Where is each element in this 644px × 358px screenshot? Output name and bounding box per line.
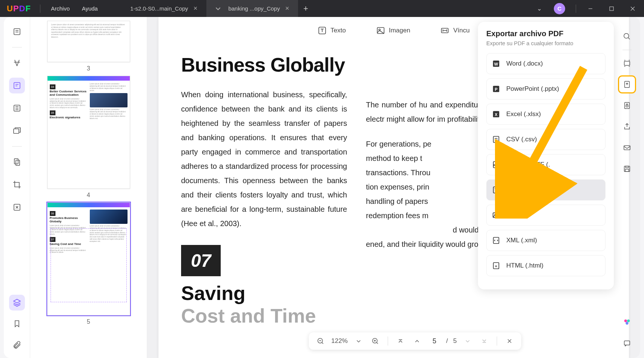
svg-rect-6 — [16, 160, 20, 165]
export-txt-option[interactable]: Texto (.txt) — [486, 179, 606, 200]
svg-rect-34 — [624, 146, 630, 150]
svg-point-40 — [626, 322, 628, 324]
app-logo: UPDF — [0, 4, 38, 14]
svg-text:H: H — [495, 265, 497, 268]
svg-rect-32 — [625, 103, 630, 109]
next-page-button[interactable] — [462, 335, 473, 347]
thumbnail-page-4[interactable]: 04 Better Customer Services and Communic… — [41, 76, 135, 199]
edit-text-button[interactable]: Texto — [318, 26, 346, 35]
attachment-button[interactable] — [9, 337, 25, 353]
image-file-icon — [492, 211, 500, 219]
menu-file[interactable]: Archivo — [51, 5, 70, 12]
save-button[interactable] — [619, 161, 635, 177]
left-toolbar — [4, 17, 30, 358]
section-heading: Saving — [181, 283, 347, 304]
tab-label: 1-s2.0-S0...main_Copy — [130, 5, 188, 12]
share-button[interactable] — [619, 119, 635, 135]
tab-0[interactable]: 1-s2.0-S0...main_Copy × — [121, 0, 206, 17]
chevron-down-icon[interactable] — [215, 6, 221, 11]
comment-panel-button[interactable] — [619, 335, 635, 351]
export-xml-option[interactable]: XML (.xml) — [486, 230, 606, 251]
selection-rectangle — [51, 228, 127, 302]
export-ppt-option[interactable]: P PowerPoint (.pptx) — [486, 78, 606, 99]
tabs-overflow-chevron-icon[interactable]: ⌄ — [533, 5, 546, 12]
last-page-button[interactable] — [479, 335, 490, 347]
text-file-icon — [492, 186, 500, 194]
svg-text:RTF: RTF — [493, 164, 499, 167]
export-html-option[interactable]: H HTML (.html) — [486, 255, 606, 276]
svg-text:X: X — [495, 112, 498, 117]
thumbnail-number: 4 — [41, 192, 135, 199]
edit-link-button[interactable]: Víncu — [440, 26, 469, 35]
reader-mode-button[interactable] — [9, 24, 25, 40]
page-input[interactable] — [428, 337, 441, 345]
export-word-option[interactable]: W Word (.docx) — [486, 53, 606, 74]
thumbnail-page-5[interactable]: 06 Promotes Business Globally Lorem ipsu… — [41, 202, 135, 325]
edit-tool-button[interactable] — [9, 78, 25, 93]
excel-icon: X — [492, 110, 500, 118]
svg-rect-2 — [14, 83, 20, 89]
page-total: 5 — [453, 337, 456, 345]
section-heading: Cost and Time — [181, 306, 347, 326]
ocr-button[interactable] — [619, 55, 635, 71]
thumbnail-page-3[interactable]: Lorem ipsum dolor sit amet consectetur a… — [41, 21, 135, 72]
window-close-button[interactable] — [624, 0, 642, 17]
svg-rect-20 — [493, 136, 499, 143]
user-avatar[interactable]: C — [554, 3, 565, 14]
word-icon: W — [492, 60, 500, 68]
export-rtf-option[interactable]: RTF Formato RTF (. — [486, 154, 606, 175]
new-tab-button[interactable]: + — [298, 0, 313, 17]
protect-button[interactable] — [619, 98, 635, 113]
svg-text:W: W — [494, 62, 498, 66]
close-navigator-button[interactable] — [504, 335, 515, 347]
titlebar: UPDF Archivo Ayuda 1-s2.0-S0...main_Copy… — [0, 0, 644, 17]
export-subtitle: Exporte su PDF a cualquier formato — [486, 40, 606, 46]
zoom-in-button[interactable] — [370, 335, 381, 347]
right-toolbar — [614, 22, 640, 358]
tab-1[interactable]: banking ...opy_Copy × — [206, 0, 298, 17]
page-navigator: 122% / 5 — [309, 332, 521, 350]
first-page-button[interactable] — [395, 335, 406, 347]
page-separator: / — [446, 337, 448, 345]
organize-pages-button[interactable] — [9, 100, 25, 116]
svg-point-38 — [624, 320, 627, 322]
email-button[interactable] — [619, 140, 635, 156]
paragraph: When doing international business, speci… — [181, 87, 347, 231]
close-icon[interactable]: × — [285, 5, 289, 12]
ai-assistant-button[interactable] — [619, 314, 635, 330]
zoom-dropdown-icon[interactable] — [353, 335, 364, 347]
layers-button[interactable] — [9, 295, 25, 311]
export-panel: Exportar archivo PDF Exporte su PDF a cu… — [478, 22, 614, 289]
bookmark-button[interactable] — [9, 316, 25, 332]
export-title: Exportar archivo PDF — [486, 29, 606, 38]
thumbnail-number: 3 — [41, 65, 135, 72]
svg-rect-1 — [14, 29, 20, 35]
thumbnail-number: 5 — [41, 318, 135, 325]
svg-rect-0 — [610, 7, 613, 11]
window-minimize-button[interactable] — [581, 0, 599, 17]
thumbnails-panel[interactable]: Lorem ipsum dolor sit amet consectetur a… — [30, 17, 147, 358]
xml-icon — [492, 236, 500, 245]
edit-image-button[interactable]: Imagen — [376, 26, 410, 35]
prev-page-button[interactable] — [412, 335, 423, 347]
crop-tool-button[interactable] — [9, 177, 25, 193]
text-icon — [318, 26, 327, 35]
export-file-button[interactable] — [619, 76, 635, 92]
rtf-icon: RTF — [492, 161, 500, 169]
csv-icon — [492, 135, 500, 144]
tools-button[interactable] — [9, 199, 25, 215]
zoom-out-button[interactable] — [315, 335, 326, 347]
export-image-option[interactable]: Imagen — [486, 205, 606, 226]
image-icon — [376, 26, 385, 35]
close-icon[interactable]: × — [194, 5, 198, 12]
window-maximize-button[interactable] — [603, 0, 621, 17]
export-excel-option[interactable]: X Excel (.xlsx) — [486, 104, 606, 125]
svg-rect-37 — [625, 169, 629, 171]
comment-tool-button[interactable] — [9, 55, 25, 71]
zoom-level: 122% — [331, 337, 347, 345]
page-tools-button[interactable] — [9, 154, 25, 170]
export-csv-option[interactable]: CSV (.csv) — [486, 129, 606, 150]
redact-tool-button[interactable] — [9, 123, 25, 139]
document-tabs: 1-s2.0-S0...main_Copy × banking ...opy_C… — [121, 0, 313, 17]
menu-help[interactable]: Ayuda — [82, 5, 98, 12]
